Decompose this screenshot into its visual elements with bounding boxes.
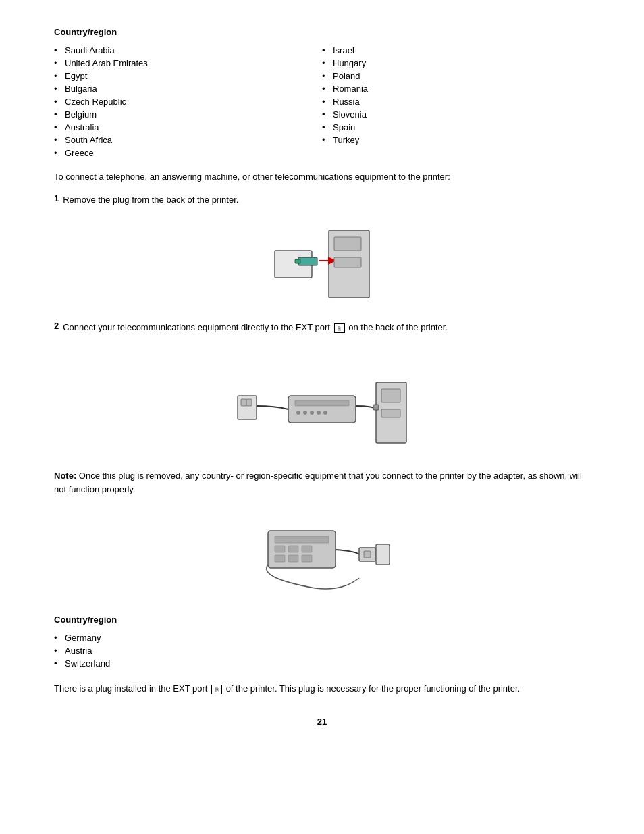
list-item: Poland — [322, 70, 590, 82]
figure1 — [54, 217, 590, 305]
step2-text: Connect your telecommunications equipmen… — [63, 321, 448, 334]
figure2 — [54, 345, 590, 453]
svg-rect-23 — [275, 546, 285, 552]
step1-text: Remove the plug from the back of the pri… — [63, 193, 238, 207]
svg-rect-19 — [381, 409, 400, 417]
list-item: Russia — [322, 95, 590, 108]
svg-rect-25 — [302, 546, 312, 552]
list-item: Australia — [54, 121, 322, 134]
list-item: Belgium — [54, 108, 322, 121]
step2-num: 2 — [54, 321, 59, 331]
list-item: Czech Republic — [54, 95, 322, 108]
svg-point-13 — [303, 411, 307, 415]
svg-rect-26 — [275, 555, 285, 562]
svg-rect-27 — [288, 555, 298, 562]
svg-rect-11 — [295, 400, 349, 406]
page-number: 21 — [54, 716, 590, 727]
svg-rect-9 — [246, 399, 252, 406]
list-item: United Arab Emirates — [54, 57, 322, 70]
footer-ext-icon: ⎘ — [211, 685, 222, 694]
svg-point-16 — [323, 411, 327, 415]
list-item: Germany — [54, 631, 590, 644]
svg-rect-20 — [373, 405, 379, 410]
footer-text2: of the printer. This plug is necessary f… — [226, 683, 520, 694]
note-label: Note: — [54, 471, 76, 481]
footer-text1: There is a plug installed in the EXT por… — [54, 683, 207, 694]
right-country-list: IsraelHungaryPolandRomaniaRussiaSlovenia… — [322, 44, 590, 159]
svg-rect-6 — [334, 257, 361, 267]
svg-point-15 — [317, 411, 321, 415]
svg-rect-22 — [275, 536, 329, 543]
svg-rect-30 — [364, 551, 371, 558]
svg-rect-10 — [288, 396, 356, 423]
section2-list: GermanyAustriaSwitzerland — [54, 631, 590, 670]
left-country-list: Saudi ArabiaUnited Arab EmiratesEgyptBul… — [54, 44, 322, 159]
list-item: South Africa — [54, 134, 322, 147]
section1-title: Country/region — [54, 27, 590, 37]
list-item: Spain — [322, 121, 590, 134]
list-item: Saudi Arabia — [54, 44, 322, 57]
footer-text: There is a plug installed in the EXT por… — [54, 682, 590, 696]
svg-rect-31 — [376, 544, 390, 565]
note-text: Note: Once this plug is removed, any cou… — [54, 469, 590, 498]
step1-num: 1 — [54, 193, 59, 203]
svg-rect-3 — [298, 257, 317, 265]
svg-rect-8 — [241, 399, 246, 406]
svg-rect-5 — [334, 237, 361, 251]
list-item: Israel — [322, 44, 590, 57]
list-item: Egypt — [54, 70, 322, 82]
note-body: Once this plug is removed, any country- … — [54, 471, 582, 495]
svg-rect-18 — [381, 389, 400, 402]
ext-port-icon: ⎘ — [334, 323, 345, 333]
figure3 — [54, 511, 590, 598]
list-item: Switzerland — [54, 657, 590, 670]
list-item: Bulgaria — [54, 82, 322, 95]
section2-title: Country/region — [54, 615, 590, 625]
list-item: Slovenia — [322, 108, 590, 121]
step2: 2 Connect your telecommunications equipm… — [54, 321, 590, 334]
list-item: Romania — [322, 82, 590, 95]
svg-point-12 — [296, 411, 300, 415]
svg-rect-28 — [302, 555, 312, 562]
list-item: Greece — [54, 147, 322, 159]
svg-point-14 — [310, 411, 314, 415]
country-list-section1: Saudi ArabiaUnited Arab EmiratesEgyptBul… — [54, 44, 590, 159]
step1: 1 Remove the plug from the back of the p… — [54, 193, 590, 207]
intro-text: To connect a telephone, an answering mac… — [54, 170, 590, 184]
list-item: Austria — [54, 644, 590, 657]
list-item: Hungary — [322, 57, 590, 70]
svg-rect-4 — [295, 259, 300, 263]
svg-rect-24 — [288, 546, 298, 552]
list-item: Turkey — [322, 134, 590, 147]
